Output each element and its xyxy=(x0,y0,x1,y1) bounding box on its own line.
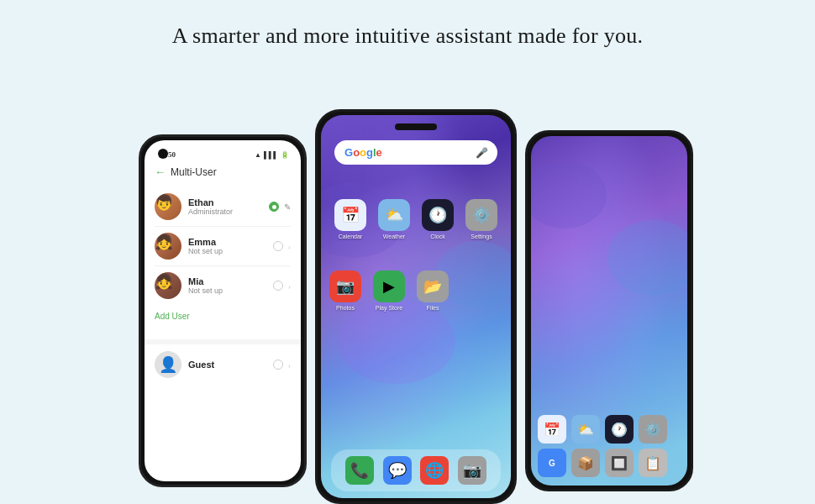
avatar-emma: 👧 xyxy=(155,233,181,260)
dock-phone[interactable]: 📞 xyxy=(345,456,374,485)
app-photos[interactable]: 📷 Photos xyxy=(329,270,361,311)
g-letter-o2: o xyxy=(360,146,366,159)
dock-browser[interactable]: 🌐 xyxy=(420,456,449,485)
avatar-guest: 👤 xyxy=(155,351,181,378)
google-logo: Google xyxy=(344,146,382,159)
right-bottom-apps: 📅 ⛅ 🕐 ⚙️ G 📦 🔲 📋 xyxy=(538,415,681,477)
g-letter-e: e xyxy=(376,146,382,159)
user-sub-emma: Not set up xyxy=(188,247,266,255)
photos-label: Photos xyxy=(336,305,355,311)
right-app-google[interactable]: G xyxy=(538,449,566,477)
dock-camera[interactable]: 📷 xyxy=(458,456,486,485)
playstore-icon: ▶ xyxy=(373,270,405,302)
user-name-emma: Emma xyxy=(188,237,266,247)
back-arrow-icon[interactable]: ← xyxy=(155,165,166,179)
user-sub-mia: Not set up xyxy=(188,286,266,295)
radio-ethan[interactable] xyxy=(269,202,279,212)
files-icon: 📂 xyxy=(417,270,449,302)
radio-mia[interactable] xyxy=(273,281,283,291)
user-name-mia: Mia xyxy=(188,276,266,286)
user-actions-ethan: ✎ xyxy=(269,202,291,212)
chevron-mia: › xyxy=(288,281,291,291)
user-list: 👦 Ethan Administrator ✎ 👧 xyxy=(145,182,301,333)
right-app-misc1[interactable]: 📦 xyxy=(571,449,600,477)
files-label: Files xyxy=(427,305,439,311)
app-settings[interactable]: ⚙️ Settings xyxy=(465,199,497,239)
apps-row-2: 📷 Photos ▶ Play Store 📂 Files xyxy=(329,270,449,311)
wifi-icon: ▲ xyxy=(255,151,261,159)
mic-icon[interactable]: 🎤 xyxy=(476,147,487,159)
calendar-label: Calendar xyxy=(339,234,362,239)
google-search-bar[interactable]: Google 🎤 xyxy=(334,140,497,165)
avatar-ethan: 👦 xyxy=(155,193,181,220)
phone-left: 19:50 ▲ ▌▌▌ 🔋 ← Multi-User 👦 xyxy=(139,134,307,487)
chevron-emma: › xyxy=(288,242,291,251)
status-icons: ▲ ▌▌▌ 🔋 xyxy=(255,151,289,159)
right-app-misc3[interactable]: 📋 xyxy=(639,449,667,477)
radio-guest[interactable] xyxy=(273,360,283,370)
settings-label: Settings xyxy=(471,234,492,239)
right-app-settings[interactable]: ⚙️ xyxy=(639,415,667,444)
user-item-ethan[interactable]: 👦 Ethan Administrator ✎ xyxy=(145,187,301,226)
chevron-guest: › xyxy=(288,360,291,370)
app-weather[interactable]: ⛅ Weather xyxy=(378,199,410,239)
right-app-clock[interactable]: 🕐 xyxy=(605,415,634,444)
user-info-ethan: Ethan Administrator xyxy=(188,197,262,216)
weather-label: Weather xyxy=(383,234,405,239)
playstore-label: Play Store xyxy=(376,305,402,311)
photos-icon: 📷 xyxy=(329,270,361,302)
screen-title: Multi-User xyxy=(171,166,217,178)
guest-section: 👤 Guest › xyxy=(145,339,301,385)
phone-middle: Google 🎤 📅 Calendar ⛅ Weather xyxy=(315,109,517,504)
user-actions-mia: › xyxy=(273,281,291,291)
clock-icon: 🕐 xyxy=(422,199,454,231)
battery-icon: 🔋 xyxy=(281,151,289,159)
user-info-mia: Mia Not set up xyxy=(188,276,266,295)
phone-middle-screen: Google 🎤 📅 Calendar ⛅ Weather xyxy=(321,115,511,498)
phone-right-screen: 📅 ⛅ 🕐 ⚙️ G 📦 🔲 📋 xyxy=(531,136,687,486)
water-shape-3 xyxy=(338,300,455,384)
back-bar[interactable]: ← Multi-User xyxy=(145,162,301,182)
add-user-button[interactable]: Add User xyxy=(145,305,301,328)
phone-left-screen: 19:50 ▲ ▌▌▌ 🔋 ← Multi-User 👦 xyxy=(145,140,301,481)
phone-middle-notch xyxy=(395,123,437,130)
right-app-calendar[interactable]: 📅 xyxy=(538,415,566,444)
status-bar: 19:50 ▲ ▌▌▌ 🔋 xyxy=(145,140,301,162)
user-info-emma: Emma Not set up xyxy=(188,237,266,255)
app-calendar[interactable]: 📅 Calendar xyxy=(334,199,366,239)
app-files[interactable]: 📂 Files xyxy=(417,270,449,311)
g-letter-o1: o xyxy=(353,146,360,159)
calendar-icon: 📅 xyxy=(334,199,366,231)
user-name-ethan: Ethan xyxy=(188,197,262,207)
user-item-mia[interactable]: 👧 Mia Not set up › xyxy=(145,266,301,305)
guest-item[interactable]: 👤 Guest › xyxy=(145,344,301,385)
user-sub-ethan: Administrator xyxy=(188,207,262,216)
app-playstore[interactable]: ▶ Play Store xyxy=(373,270,405,311)
user-actions-emma: › xyxy=(273,241,291,251)
page-headline: A smarter and more intuitive assistant m… xyxy=(0,0,815,49)
g-letter-g: G xyxy=(344,146,353,159)
user-item-emma[interactable]: 👧 Emma Not set up › xyxy=(145,227,301,265)
user-info-guest: Guest xyxy=(188,360,266,370)
g-letter-g2: g xyxy=(366,146,373,159)
right-app-misc2[interactable]: 🔲 xyxy=(605,449,634,477)
settings-icon: ⚙️ xyxy=(465,199,497,231)
phones-container: 19:50 ▲ ▌▌▌ 🔋 ← Multi-User 👦 xyxy=(0,109,815,504)
phone-right-wallpaper: 📅 ⛅ 🕐 ⚙️ G 📦 🔲 📋 xyxy=(531,136,687,486)
phone-middle-wallpaper: Google 🎤 📅 Calendar ⛅ Weather xyxy=(321,115,511,498)
phone-right: 📅 ⛅ 🕐 ⚙️ G 📦 🔲 📋 xyxy=(525,130,693,491)
dock-bar: 📞 💬 🌐 📷 xyxy=(331,449,501,491)
edit-icon-ethan[interactable]: ✎ xyxy=(284,202,291,212)
dock-messages[interactable]: 💬 xyxy=(383,456,412,485)
phone-left-notch xyxy=(158,149,168,159)
apps-row-1: 📅 Calendar ⛅ Weather 🕐 Clock ⚙️ Settings xyxy=(329,199,502,239)
clock-label: Clock xyxy=(430,234,445,239)
weather-icon: ⛅ xyxy=(378,199,410,231)
app-clock[interactable]: 🕐 Clock xyxy=(422,199,454,239)
right-app-weather[interactable]: ⛅ xyxy=(571,415,600,444)
radio-emma[interactable] xyxy=(273,241,283,251)
user-actions-guest: › xyxy=(273,360,291,370)
user-name-guest: Guest xyxy=(188,360,266,370)
signal-icon: ▌▌▌ xyxy=(264,151,278,159)
avatar-mia: 👧 xyxy=(155,272,181,299)
